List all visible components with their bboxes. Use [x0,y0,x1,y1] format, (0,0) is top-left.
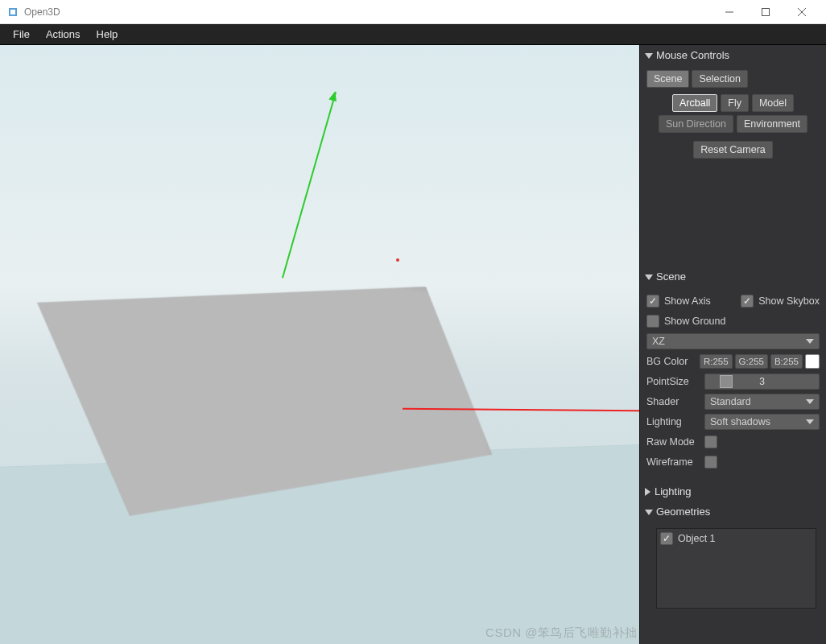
mode-environment[interactable]: Environment [737,115,807,133]
chevron-down-icon [645,510,653,515]
menu-actions[interactable]: Actions [38,25,89,43]
menu-help[interactable]: Help [89,25,126,43]
section-title: Lighting [655,485,692,497]
show-axis-checkbox[interactable] [646,295,659,308]
lighting-value: Soft shadows [710,416,770,427]
pointsize-label: PointSize [646,376,704,387]
bg-b-field[interactable]: B:255 [770,354,803,369]
y-axis [281,92,338,279]
shader-label: Shader [646,396,704,407]
chevron-right-icon [645,488,650,496]
menu-file[interactable]: File [5,25,38,43]
mode-model[interactable]: Model [752,94,794,112]
lighting-select[interactable]: Soft shadows [704,414,820,430]
shader-select[interactable]: Standard [704,394,820,410]
tab-scene[interactable]: Scene [646,70,689,88]
show-skybox-label: Show Skybox [758,295,820,307]
list-item[interactable]: Object 1 [660,532,812,545]
bg-color-swatch[interactable] [805,354,820,369]
window-buttons [711,0,820,23]
mode-arcball[interactable]: Arcball [672,94,717,112]
reset-camera-button[interactable]: Reset Camera [693,141,773,159]
bg-color-label: BG Color [646,356,700,367]
mode-sun-direction[interactable]: Sun Direction [659,115,733,133]
section-lighting-header[interactable]: Lighting [640,481,826,502]
close-button[interactable] [783,0,820,23]
ground-plane-select[interactable]: XZ [646,333,820,349]
slider-thumb[interactable] [720,375,733,388]
wireframe-checkbox[interactable] [704,456,717,469]
section-mouse-controls-body: Scene Selection Arcball Fly Model Sun Di… [640,65,826,266]
bg-r-field[interactable]: R:255 [700,354,733,369]
section-geometries-body: Object 1 [640,522,826,615]
side-panel: Mouse Controls Scene Selection Arcball F… [639,45,826,644]
mode-fly[interactable]: Fly [721,94,749,112]
section-mouse-controls-header[interactable]: Mouse Controls [640,45,826,65]
minimize-button[interactable] [711,0,747,23]
svg-rect-1 [10,10,15,14]
section-scene-body: Show Axis Show Skybox Show Ground XZ BG … [640,287,826,481]
chevron-down-icon [806,419,814,424]
raw-mode-checkbox[interactable] [704,436,717,448]
chevron-down-icon [806,399,814,404]
shader-value: Standard [710,396,751,407]
ground-plane-value: XZ [652,336,665,347]
tab-selection[interactable]: Selection [692,70,747,88]
3d-viewport[interactable]: CSDN @笨鸟后飞唯勤补拙 [0,45,639,644]
show-ground-checkbox[interactable] [646,315,659,328]
main-area: CSDN @笨鸟后飞唯勤补拙 Mouse Controls Scene Sele… [0,45,826,644]
section-title: Mouse Controls [656,49,729,61]
pointsize-slider[interactable]: 3 [704,374,820,390]
show-axis-label: Show Axis [664,295,741,307]
chevron-down-icon [645,275,653,280]
chevron-down-icon [806,339,814,344]
chevron-down-icon [645,53,653,59]
section-scene-header[interactable]: Scene [640,266,826,287]
maximize-button[interactable] [747,0,783,23]
show-skybox-checkbox[interactable] [741,295,754,308]
geometry-name: Object 1 [678,533,716,544]
app-icon [6,6,19,19]
show-ground-label: Show Ground [664,316,725,327]
menu-bar: File Actions Help [0,24,826,45]
window-titlebar: Open3D [0,0,826,24]
window-title: Open3D [24,6,711,18]
lighting-label: Lighting [646,416,704,427]
raw-mode-label: Raw Mode [646,436,704,448]
section-geometries-header[interactable]: Geometries [640,502,826,522]
geometries-list[interactable]: Object 1 [656,528,816,609]
section-title: Geometries [656,506,710,518]
geometry-visible-checkbox[interactable] [660,532,673,545]
section-title: Scene [656,270,686,283]
bg-g-field[interactable]: G:255 [735,354,768,369]
origin-dot [396,258,399,262]
wireframe-label: Wireframe [646,456,704,468]
svg-rect-3 [762,8,769,15]
